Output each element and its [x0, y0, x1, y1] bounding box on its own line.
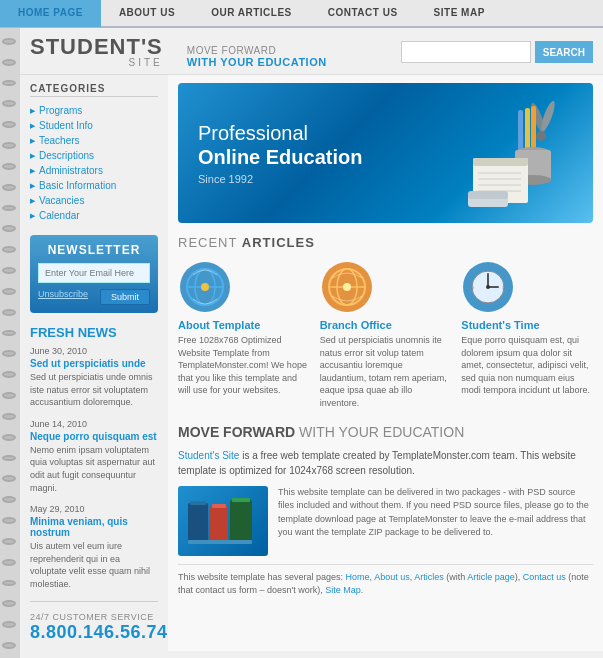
logo-tagline: MOVE FORWARD WITH YOUR EDUCATION — [187, 45, 327, 68]
site-logo: STUDENT'S SITE — [30, 36, 163, 68]
news-link-3[interactable]: Minima veniam, quis nostrum — [30, 516, 158, 538]
list-item: Calendar — [30, 208, 158, 223]
logo-students: STUDENT'S — [30, 36, 163, 58]
fresh-label: FRESH — [30, 325, 74, 340]
news-link-1[interactable]: Sed ut perspiciatis unde — [30, 358, 158, 369]
news-item-3: May 29, 2010 Minima veniam, quis nostrum… — [30, 504, 158, 590]
svg-text:12: 12 — [486, 268, 491, 273]
spiral-13 — [2, 288, 16, 295]
footer-article-page-link[interactable]: Article page — [467, 572, 515, 582]
article-card-1: About Template Free 1028x768 Optimized W… — [178, 260, 310, 410]
books-icon — [183, 488, 263, 553]
sidebar: CATEGORIES Programs Student Info Teacher… — [20, 75, 168, 651]
nav-articles[interactable]: OUR ARTICLES — [193, 0, 310, 27]
news-date-1: June 30, 2010 — [30, 346, 158, 356]
spiral-2 — [2, 59, 16, 66]
mf-image — [178, 486, 268, 556]
footer-contact-link[interactable]: Contact us — [523, 572, 566, 582]
nav-home[interactable]: HOME PAGE — [0, 0, 101, 27]
tagline-move: MOVE FORWARD — [187, 45, 327, 56]
newsletter-buttons: Unsubscribe Submit — [38, 289, 150, 305]
article-title-1[interactable]: About Template — [178, 319, 310, 331]
spiral-14 — [2, 309, 16, 316]
hero-image — [453, 88, 583, 218]
svg-rect-38 — [190, 501, 206, 505]
sidebar-item-vacancies[interactable]: Vacancies — [30, 195, 158, 206]
spiral-24 — [2, 517, 16, 524]
cs-label: 24/7 CUSTOMER SERVICE — [30, 612, 158, 622]
svg-rect-4 — [531, 106, 536, 149]
mf-footer: This website template has several pages:… — [178, 564, 593, 598]
sidebar-item-administrators[interactable]: Administrators — [30, 165, 158, 176]
two-column-layout: CATEGORIES Programs Student Info Teacher… — [20, 75, 603, 658]
svg-rect-3 — [525, 108, 530, 153]
sidebar-item-teachers[interactable]: Teachers — [30, 135, 158, 146]
spiral-25 — [2, 538, 16, 545]
spiral-29 — [2, 621, 16, 628]
article-text-2: Sed ut perspiciatis unomnis ite natus er… — [320, 334, 452, 410]
content-wrapper: STUDENT'S SITE MOVE FORWARD WITH YOUR ED… — [20, 28, 603, 658]
news-text-2: Nemo enim ipsam voluptatem quia voluptas… — [30, 444, 158, 494]
spiral-5 — [2, 121, 16, 128]
svg-point-21 — [201, 283, 209, 291]
spiral-18 — [2, 392, 16, 399]
list-item: Vacancies — [30, 193, 158, 208]
nav-contact[interactable]: CONTACT US — [310, 0, 416, 27]
hero-banner: Professional Online Education Since 1992 — [178, 83, 593, 223]
spiral-3 — [2, 80, 16, 87]
footer-home-link[interactable]: Home — [346, 572, 370, 582]
nav-sitemap[interactable]: SITE MAP — [416, 0, 503, 27]
spiral-9 — [2, 205, 16, 212]
article-text-3: Eque porro quisquam est, qui dolorem ips… — [461, 334, 593, 397]
fresh-news-title: FRESH NEWS — [30, 325, 158, 340]
spiral-20 — [2, 434, 16, 441]
search-input[interactable] — [401, 41, 531, 63]
branch-icon — [320, 260, 375, 315]
sidebar-item-programs[interactable]: Programs — [30, 105, 158, 116]
move-forward-section: MOVE FORWARD WITH YOUR EDUCATION Student… — [178, 424, 593, 598]
sidebar-item-student-info[interactable]: Student Info — [30, 120, 158, 131]
customer-service: 24/7 CUSTOMER SERVICE 8.800.146.56.74 — [30, 601, 158, 643]
footer-sitemap-link[interactable]: Site Map — [325, 585, 361, 595]
svg-rect-43 — [188, 540, 252, 544]
article-text-1: Free 1028x768 Optimized Website Template… — [178, 334, 310, 397]
newsletter-submit-button[interactable]: Submit — [100, 289, 150, 305]
mf-title: MOVE FORWARD WITH YOUR EDUCATION — [178, 424, 593, 440]
sidebar-item-calendar[interactable]: Calendar — [30, 210, 158, 221]
article-title-2[interactable]: Branch Office — [320, 319, 452, 331]
sidebar-item-basic-info[interactable]: Basic Information — [30, 180, 158, 191]
nav-about[interactable]: ABOUT US — [101, 0, 193, 27]
search-button[interactable]: SEARCH — [535, 41, 593, 63]
svg-rect-39 — [210, 506, 228, 543]
footer-about-link[interactable]: About us — [374, 572, 410, 582]
article-icon-2 — [320, 260, 380, 315]
spiral-23 — [2, 496, 16, 503]
articles-row: About Template Free 1028x768 Optimized W… — [178, 260, 593, 410]
hero-text: Professional Online Education Since 1992 — [198, 121, 362, 185]
news-link-2[interactable]: Neque porro quisquam est — [30, 431, 158, 442]
svg-rect-37 — [188, 503, 208, 543]
list-item: Programs — [30, 103, 158, 118]
news-date-3: May 29, 2010 — [30, 504, 158, 514]
footer-articles-link[interactable]: Articles — [414, 572, 444, 582]
newsletter-box: NEWSLETTER Unsubscribe Submit — [30, 235, 158, 313]
site-header: STUDENT'S SITE MOVE FORWARD WITH YOUR ED… — [20, 28, 603, 75]
recent-articles-title: RECENT ARTICLES — [178, 235, 593, 250]
categories-menu: Programs Student Info Teachers Descripti… — [30, 103, 158, 223]
students-site-link[interactable]: Student's Site — [178, 450, 239, 461]
cs-number: 8.800.146.56.74 — [30, 622, 158, 643]
list-item: Descriptions — [30, 148, 158, 163]
spiral-8 — [2, 184, 16, 191]
newsletter-email-input[interactable] — [38, 263, 150, 283]
unsubscribe-link[interactable]: Unsubscribe — [38, 289, 88, 305]
spiral-16 — [2, 350, 16, 357]
sidebar-item-descriptions[interactable]: Descriptions — [30, 150, 158, 161]
logo-site: SITE — [30, 58, 163, 68]
news-text-1: Sed ut perspiciatis unde omnis iste natu… — [30, 371, 158, 409]
list-item: Basic Information — [30, 178, 158, 193]
hero-heading: Professional Online Education — [198, 121, 362, 169]
hero-since: Since 1992 — [198, 173, 362, 185]
spiral-17 — [2, 371, 16, 378]
article-title-3[interactable]: Student's Time — [461, 319, 593, 331]
main-wrapper: STUDENT'S SITE MOVE FORWARD WITH YOUR ED… — [0, 28, 603, 658]
